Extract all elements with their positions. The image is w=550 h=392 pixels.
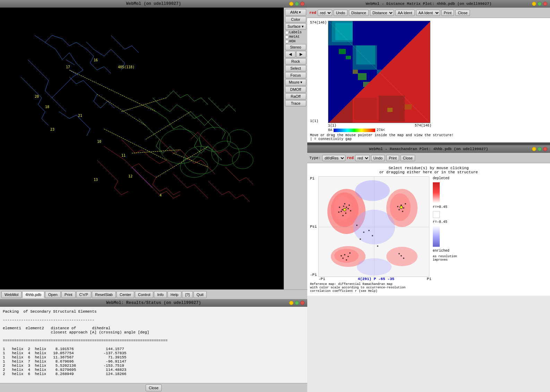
rama-ref-line1: Reference map: differential Ramachandran… bbox=[310, 282, 431, 286]
svg-point-92 bbox=[397, 206, 398, 207]
dist-title: WebMol - Distance Matrix Plot: 4hhb.pdb … bbox=[366, 2, 491, 6]
svg-point-71 bbox=[342, 209, 343, 210]
tab-cnp[interactable]: C'n'P bbox=[76, 291, 92, 298]
svg-text:11: 11 bbox=[121, 154, 126, 157]
dist-print-button[interactable]: Print bbox=[441, 10, 454, 16]
dist-maximize[interactable] bbox=[538, 2, 542, 6]
svg-point-76 bbox=[339, 207, 340, 208]
svg-point-97 bbox=[356, 225, 358, 226]
tab-print[interactable]: Print bbox=[61, 291, 76, 298]
prev-button[interactable]: ◀ bbox=[285, 51, 295, 58]
tab-webmol[interactable]: WebMol bbox=[1, 291, 22, 298]
rama-legend-caption: as resolutionimproves bbox=[433, 255, 457, 262]
rama-ref-text: Reference map: differential Ramachandran… bbox=[310, 281, 431, 293]
svg-line-9 bbox=[69, 70, 156, 112]
svg-text:12: 12 bbox=[128, 174, 132, 178]
rama-undo-button[interactable]: Undo bbox=[371, 155, 385, 161]
rama-scale-bar-bottom bbox=[433, 226, 440, 247]
tab-resetslab[interactable]: ResetSlab bbox=[92, 291, 116, 298]
svg-text:18: 18 bbox=[45, 105, 49, 109]
svg-point-72 bbox=[346, 207, 347, 208]
stereo-button[interactable]: Stereo bbox=[285, 44, 306, 50]
results-close-button[interactable]: Close bbox=[146, 384, 162, 391]
msure-button[interactable]: Msure ▾ bbox=[285, 79, 306, 86]
surface-button[interactable]: Surface ▾ bbox=[285, 23, 306, 30]
rock-button[interactable]: Rock bbox=[285, 58, 306, 64]
focus-button[interactable]: Focus bbox=[285, 72, 306, 78]
tab-4hhb[interactable]: 4hhb.pdb bbox=[22, 291, 44, 298]
results-window: WebMol: Results/Status (on udell99027) P… bbox=[0, 299, 307, 392]
dist-aaident-select[interactable]: AA Ident bbox=[416, 10, 440, 16]
dist-close-top[interactable] bbox=[543, 2, 547, 6]
next-button[interactable]: ▶ bbox=[296, 51, 307, 58]
svg-point-87 bbox=[341, 255, 342, 256]
molecular-viewer[interactable]: 16 17 405(118) 20 18 21 23 10 11 13 12 4… bbox=[0, 8, 307, 289]
results-close-top[interactable] bbox=[300, 301, 304, 305]
svg-rect-47 bbox=[353, 70, 358, 74]
results-minimize[interactable] bbox=[289, 301, 293, 305]
rama-maximize[interactable] bbox=[538, 147, 542, 151]
dist-color-scale: 0A 27A< bbox=[310, 128, 547, 132]
dist-distance-button[interactable]: Distance bbox=[349, 10, 369, 16]
rama-type-label: Type: bbox=[309, 156, 321, 160]
results-maximize[interactable] bbox=[295, 301, 299, 305]
results-window-controls bbox=[289, 301, 304, 305]
maximize-button[interactable] bbox=[295, 2, 299, 6]
rama-r-plus: r=+0.45 bbox=[433, 205, 457, 209]
tab-question[interactable]: [?] bbox=[182, 291, 192, 298]
dist-color-select[interactable]: red bbox=[318, 10, 332, 16]
hetat-checkbox[interactable] bbox=[285, 35, 289, 39]
tab-info[interactable]: Info bbox=[154, 291, 166, 298]
svg-point-66 bbox=[386, 247, 418, 266]
trace-button[interactable]: Trace bbox=[285, 100, 306, 106]
labels-checkbox[interactable] bbox=[285, 31, 289, 34]
dist-y-bottom: 1(1) bbox=[310, 119, 327, 123]
hoh-checkbox[interactable] bbox=[285, 40, 289, 43]
rama-close-button[interactable]: Close bbox=[401, 155, 415, 161]
svg-line-12 bbox=[146, 112, 191, 139]
hoh-label: HOH bbox=[289, 40, 295, 43]
color-button[interactable]: Color bbox=[285, 16, 306, 23]
rama-type-select[interactable]: dif/dRes bbox=[322, 155, 345, 161]
rama-print-button[interactable]: Print bbox=[386, 155, 399, 161]
allat-button[interactable]: AllAt ▾ bbox=[285, 9, 306, 16]
dist-undo-button[interactable]: Undo bbox=[334, 10, 347, 16]
tab-help[interactable]: Help bbox=[167, 291, 182, 298]
dist-info-line2: | = connectivity gap bbox=[310, 137, 547, 141]
svg-point-61 bbox=[334, 196, 352, 220]
tab-control[interactable]: Control bbox=[135, 291, 153, 298]
dist-matrix-canvas[interactable] bbox=[328, 21, 430, 123]
hetat-checkbox-container: HetAt bbox=[285, 35, 306, 39]
svg-point-2 bbox=[160, 129, 201, 164]
main-title: WebMol (on udell99027) bbox=[126, 1, 181, 6]
rama-y-mid: Psi bbox=[310, 225, 317, 229]
results-close-bar: Close bbox=[0, 383, 307, 392]
main-title-bar: WebMol (on udell99027) bbox=[0, 0, 307, 8]
svg-point-82 bbox=[344, 254, 345, 255]
dist-aaident-button[interactable]: AA Ident bbox=[395, 10, 415, 16]
left-panel: WebMol (on udell99027) bbox=[0, 0, 307, 392]
raoff-button[interactable]: RaOff bbox=[285, 93, 306, 99]
svg-point-85 bbox=[349, 252, 351, 254]
rama-plot-canvas[interactable] bbox=[318, 176, 429, 277]
rama-x-mid: 4(291) P -65 -35 bbox=[358, 277, 394, 281]
svg-rect-38 bbox=[356, 45, 375, 64]
tab-open[interactable]: Open bbox=[45, 291, 61, 298]
labels-label: Labels bbox=[289, 31, 302, 34]
hetat-label: HetAt bbox=[289, 35, 300, 39]
tab-center[interactable]: Center bbox=[117, 291, 134, 298]
svg-rect-44 bbox=[358, 73, 367, 80]
dist-close-button[interactable]: Close bbox=[455, 10, 470, 16]
minimize-button[interactable] bbox=[289, 2, 293, 6]
dmoff-button[interactable]: DMOff bbox=[285, 86, 306, 93]
rama-minimize[interactable] bbox=[532, 147, 536, 151]
svg-text:20: 20 bbox=[35, 95, 39, 98]
tab-quit[interactable]: Quit bbox=[194, 291, 207, 298]
close-button[interactable] bbox=[300, 2, 304, 6]
rama-close-top[interactable] bbox=[543, 147, 547, 151]
svg-rect-54 bbox=[387, 108, 393, 112]
select-button[interactable]: Select bbox=[285, 65, 306, 71]
rama-color-select[interactable]: red bbox=[355, 155, 370, 161]
dist-mode-select[interactable]: Distance bbox=[370, 10, 394, 16]
dist-minimize[interactable] bbox=[532, 2, 536, 6]
